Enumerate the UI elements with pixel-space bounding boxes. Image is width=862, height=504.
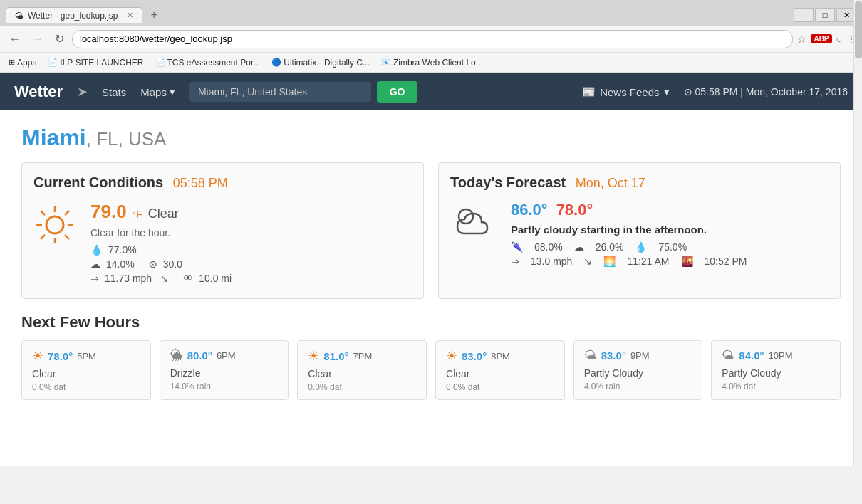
current-conditions-title: Current Conditions 05:58 PM <box>33 174 412 191</box>
new-tab-button[interactable]: + <box>145 6 163 24</box>
tab-close-button[interactable]: ✕ <box>127 11 133 20</box>
sun-weather-icon <box>33 204 76 254</box>
tata-icon: 🔵 <box>271 58 281 67</box>
hour-time-0: 5PM <box>77 351 96 362</box>
hour-condition-4: Partly Cloudy <box>584 367 692 379</box>
city-name: Miami <box>21 125 86 150</box>
visibility-icon: 👁 <box>183 273 193 284</box>
news-feeds-icon: 📰 <box>582 85 596 98</box>
forecast-precip: 68.0% <box>534 241 563 253</box>
bookmark-zimbra[interactable]: 📧 Zimbra Web Client Lo... <box>378 57 486 68</box>
hour-condition-2: Clear <box>308 368 416 379</box>
hours-row: ☀ 78.0° 5PM Clear 0.0% dat 🌦 80.0° 6PM D… <box>21 340 841 400</box>
scrollbar[interactable] <box>853 0 862 466</box>
wind-icon: ⇒ <box>90 273 99 284</box>
svg-line-6 <box>65 235 69 239</box>
current-title-text: Current Conditions <box>33 174 163 190</box>
address-input[interactable] <box>72 30 793 48</box>
tab-title: Wetter - geo_lookup.jsp <box>28 11 118 21</box>
minimize-button[interactable]: — <box>794 8 814 22</box>
extension-icon[interactable]: ○ <box>836 33 842 45</box>
bookmark-apps[interactable]: ⊞ Apps <box>6 57 39 68</box>
hour-condition-3: Clear <box>446 368 554 379</box>
forecast-temps: 86.0° 78.0° <box>511 201 829 219</box>
bookmark-ilp[interactable]: 📄 ILP SITE LAUNCHER <box>45 57 146 68</box>
current-sub: Clear for the hour. <box>90 227 412 238</box>
cloud-row: ☁ 14.0% ⊙ 30.0 <box>90 258 412 270</box>
cloud-icon: ☁ <box>90 258 100 270</box>
hour-detail-4: 4.0% rain <box>584 382 692 392</box>
nav-stats[interactable]: Stats <box>102 86 126 98</box>
news-feeds-label: News Feeds <box>600 86 659 98</box>
hour-icon-3: ☀ <box>446 348 457 364</box>
hour-temp-1: 80.0° <box>187 350 212 362</box>
news-feeds-chevron-icon: ▾ <box>664 85 670 98</box>
hour-time-4: 9PM <box>630 350 650 361</box>
partly-cloudy-icon <box>450 204 497 258</box>
location-arrow-icon[interactable]: ➤ <box>77 84 88 100</box>
page-icon-1: 📄 <box>48 58 58 67</box>
main-content: Miami, FL, USA Current Conditions 05:58 … <box>0 110 862 466</box>
forecast-wind: 13.0 mph <box>531 256 572 267</box>
datetime-display: ⊙ 05:58 PM | Mon, October 17, 2016 <box>684 86 848 98</box>
hour-card-1: 🌦 80.0° 6PM Drizzle 14.0% rain <box>160 340 289 400</box>
browser-tab[interactable]: 🌤 Wetter - geo_lookup.jsp ✕ <box>6 7 142 23</box>
sunrise-icon: 🌅 <box>603 256 616 267</box>
email-icon: 📧 <box>381 58 391 67</box>
go-button[interactable]: GO <box>377 81 418 103</box>
current-temp-unit: °F <box>133 209 142 220</box>
page-icon-2: 📄 <box>155 58 165 67</box>
current-body: 79.0 °F Clear Clear for the hour. 💧 77.0… <box>33 201 412 287</box>
location-search-input[interactable] <box>189 82 371 102</box>
sunset-icon: 🌇 <box>681 256 693 267</box>
forecast-cloud-icon: ☁ <box>574 241 584 253</box>
forecast-cloud: 26.0% <box>596 241 624 253</box>
hour-card-2: ☀ 81.0° 7PM Clear 0.0% dat <box>297 340 427 400</box>
visibility-val: 10.0 mi <box>199 273 232 284</box>
hour-condition-1: Drizzle <box>170 367 279 379</box>
svg-line-7 <box>65 211 69 215</box>
nav-maps-label: Maps <box>140 86 167 98</box>
nav-maps-dropdown[interactable]: Maps ▾ <box>140 85 175 98</box>
forward-button[interactable]: → <box>28 31 47 47</box>
hour-detail-2: 0.0% dat <box>308 382 416 392</box>
wind-row: ⇒ 11.73 mph ↘ 👁 10.0 mi <box>90 273 412 284</box>
forecast-precip-icon: 🌂 <box>511 241 523 253</box>
bookmark-ultimatix[interactable]: 🔵 Ultimatix - Digitally C... <box>269 57 373 68</box>
news-feeds-dropdown[interactable]: 📰 News Feeds ▾ <box>582 85 669 98</box>
hour-detail-0: 0.0% dat <box>32 382 140 392</box>
hour-temp-2: 81.0° <box>323 350 348 362</box>
hour-detail-5: 4.0% dat <box>722 382 830 392</box>
hour-detail-1: 14.0% rain <box>170 382 279 392</box>
pressure-val: 30.0 <box>163 258 182 270</box>
hour-card-3: ☀ 83.0° 8PM Clear 0.0% dat <box>435 340 565 400</box>
scroll-thumb[interactable] <box>855 1 862 58</box>
hour-temp-5: 84.0° <box>739 350 764 362</box>
hour-time-5: 10PM <box>769 350 793 361</box>
forecast-high: 86.0° <box>511 201 548 219</box>
back-button[interactable]: ← <box>6 31 24 47</box>
humidity-row: 💧 77.0% <box>90 244 412 256</box>
forecast-wind-dir: ↘ <box>583 256 592 267</box>
hour-temp-3: 83.0° <box>462 350 487 362</box>
hour-icon-0: ☀ <box>32 348 43 364</box>
humidity-icon: 💧 <box>90 244 103 256</box>
forecast-details: 86.0° 78.0° Partly cloudy starting in th… <box>511 201 829 270</box>
hour-icon-4: 🌤 <box>584 348 597 363</box>
current-conditions-card: Current Conditions 05:58 PM <box>21 162 424 299</box>
hour-condition-5: Partly Cloudy <box>722 367 830 379</box>
apps-grid-icon: ⊞ <box>9 58 15 67</box>
bookmark-star-icon[interactable]: ☆ <box>797 33 806 45</box>
forecast-sunrise: 11:21 AM <box>627 256 669 267</box>
pressure-icon: ⊙ <box>149 258 157 270</box>
forecast-sunset: 10:52 PM <box>705 256 747 267</box>
svg-point-0 <box>46 216 63 233</box>
hour-card-0: ☀ 78.0° 5PM Clear 0.0% dat <box>21 340 151 400</box>
forecast-title-text: Today's Forecast <box>450 174 566 190</box>
restore-button[interactable]: □ <box>815 8 835 22</box>
bookmark-tcs-label: TCS eAssessment Por... <box>167 58 261 68</box>
current-temp: 79.0 <box>90 201 127 223</box>
app-navbar: Wetter ➤ Stats Maps ▾ GO 📰 News Feeds ▾ … <box>0 73 862 110</box>
reload-button[interactable]: ↻ <box>51 31 68 47</box>
bookmark-tcs[interactable]: 📄 TCS eAssessment Por... <box>152 57 264 68</box>
